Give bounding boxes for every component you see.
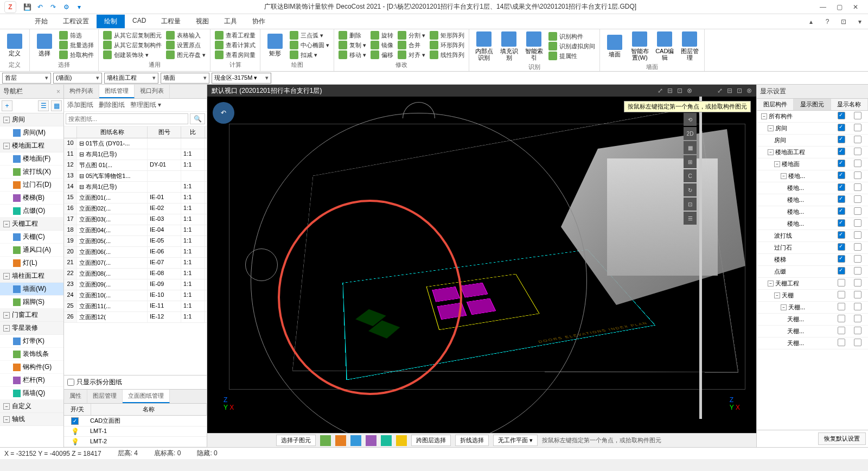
show-element-checkbox[interactable] <box>838 303 845 310</box>
display-row[interactable]: −所有构件 <box>757 111 868 123</box>
menu-CAD[interactable]: CAD <box>125 15 154 28</box>
vp-tool-icon[interactable]: ↻ <box>684 183 697 196</box>
vp-tool-icon[interactable]: C <box>684 169 697 182</box>
show-element-checkbox[interactable] <box>838 124 845 131</box>
menu-dropdown-icon[interactable]: ▾ <box>855 17 865 27</box>
ribbon-识别构件[interactable]: 识别构件 <box>546 31 597 41</box>
display-row[interactable]: −楼地面工程 <box>757 147 868 158</box>
show-element-checkbox[interactable] <box>838 219 845 227</box>
ribbon-筛选[interactable]: 筛选 <box>57 30 96 40</box>
display-row[interactable]: −天棚工程 <box>757 278 868 290</box>
vp-ctrl-icon[interactable]: ⤢ <box>658 87 663 94</box>
table-row[interactable]: 22 立面图08(...IE-081:1 <box>64 269 207 279</box>
ribbon-合并[interactable]: 合并 <box>395 40 427 50</box>
help-icon[interactable]: ? <box>822 17 832 27</box>
ribbon-对齐 ▾[interactable]: 对齐 ▾ <box>395 50 427 60</box>
nav-item-灯(L)[interactable]: 灯(L) <box>0 257 63 270</box>
ribbon-提属性[interactable]: 提属性 <box>546 51 597 61</box>
show-name-checkbox[interactable] <box>854 183 861 191</box>
ribbon-镜像[interactable]: 镜像 <box>368 40 395 50</box>
ribbon-填充识别[interactable]: 填充识别 <box>496 30 521 62</box>
category-combo[interactable]: (墙面) <box>53 73 102 84</box>
show-element-checkbox[interactable] <box>838 243 845 251</box>
ribbon-创建装饰块 ▾[interactable]: 创建装饰块 ▾ <box>101 50 164 60</box>
table-row[interactable]: 15 立面图01(...IE-011:1 <box>64 193 207 203</box>
table-row[interactable]: 10⊟ 01节点 (DY01-... <box>64 138 207 149</box>
options-icon[interactable]: ⊡ <box>839 17 848 27</box>
search-button[interactable]: 🔍 <box>190 113 205 124</box>
viewport-splitter[interactable] <box>699 97 702 419</box>
table-row[interactable]: 11⊟ 布局1(已导)1:1 <box>64 149 207 160</box>
ribbon-选择[interactable]: 选择 <box>32 30 57 60</box>
show-name-checkbox[interactable] <box>854 339 861 346</box>
tab-视口列表[interactable]: 视口列表 <box>135 85 170 98</box>
polyline-select-button[interactable]: 折线选择 <box>455 435 489 446</box>
vp-tool-icon[interactable] <box>366 435 376 446</box>
show-element-checkbox[interactable] <box>838 195 845 203</box>
vp-tool-icon[interactable]: 2D <box>684 127 697 140</box>
nav-group-墙柱面工程[interactable]: −墙柱面工程 <box>0 270 63 283</box>
search-input[interactable] <box>66 113 188 124</box>
ribbon-查看房间量[interactable]: 查看房间量 <box>213 50 258 60</box>
select-subelement-button[interactable]: 选择子图元 <box>276 435 316 446</box>
menu-视图[interactable]: 视图 <box>188 15 216 28</box>
show-element-checkbox[interactable] <box>838 339 845 346</box>
tab-图纸管理[interactable]: 图纸管理 <box>99 85 135 98</box>
ribbon-定义[interactable]: 定义 <box>2 30 27 60</box>
menu-工程设置[interactable]: 工程设置 <box>55 15 97 28</box>
element-combo[interactable]: 现金区-3175M ▾ <box>212 73 271 84</box>
display-row[interactable]: −楼地面 <box>757 158 868 170</box>
vp2-ctrl-icon[interactable]: ⤢ <box>717 87 723 94</box>
menu-绘制[interactable]: 绘制 <box>97 15 125 28</box>
menu-工程量[interactable]: 工程量 <box>154 15 188 28</box>
menu-协作[interactable]: 协作 <box>245 15 273 28</box>
display-row[interactable]: 波打线 <box>757 230 868 242</box>
vp2-ctrl-icon[interactable]: ⊗ <box>746 87 752 94</box>
reset-button[interactable]: 恢复默认设置 <box>818 432 866 445</box>
ribbon-内部点识别[interactable]: 内部点识别 <box>471 30 496 62</box>
display-row[interactable]: 天棚... <box>757 338 868 349</box>
toolbar-添加图纸[interactable]: 添加图纸 <box>67 100 93 110</box>
vp-tool-icon[interactable]: ⟲ <box>684 113 697 126</box>
nav-group-轴线[interactable]: −轴线 <box>0 413 63 426</box>
show-name-checkbox[interactable] <box>854 279 861 287</box>
table-row[interactable]: 17 立面图03(...IE-031:1 <box>64 214 207 225</box>
show-name-checkbox[interactable] <box>854 148 861 155</box>
display-row[interactable]: 楼地... <box>757 182 868 194</box>
ribbon-批量选择[interactable]: 批量选择 <box>57 40 96 50</box>
show-name-checkbox[interactable] <box>854 219 861 227</box>
show-name-checkbox[interactable] <box>854 207 861 215</box>
nav-item-通风口(A)[interactable]: 通风口(A) <box>0 244 63 257</box>
nav-item-过门石(D)[interactable]: 过门石(D) <box>0 179 63 192</box>
show-name-checkbox[interactable] <box>854 303 861 310</box>
prop-row[interactable]: 💡LMT-1 <box>64 427 207 437</box>
vp-ctrl-icon[interactable]: ⊡ <box>677 87 682 94</box>
nav-item-踢脚(S)[interactable]: 踢脚(S) <box>0 296 63 309</box>
show-element-checkbox[interactable] <box>838 291 845 298</box>
minimize-button[interactable]: — <box>815 1 831 14</box>
ribbon-查看工程量[interactable]: 查看工程量 <box>213 30 258 40</box>
show-name-checkbox[interactable] <box>854 112 861 119</box>
vp-tool-icon[interactable]: ⊞ <box>684 155 697 168</box>
menu-工具[interactable]: 工具 <box>216 15 245 28</box>
show-name-checkbox[interactable] <box>854 171 861 179</box>
vp-tool-icon[interactable] <box>335 435 346 446</box>
show-element-checkbox[interactable] <box>838 183 845 191</box>
table-row[interactable]: 25 立面图11(...IE-111:1 <box>64 301 207 312</box>
vp-tool-icon[interactable] <box>396 435 407 446</box>
nav-item-装饰线条[interactable]: 装饰线条 <box>0 348 63 361</box>
show-element-checkbox[interactable] <box>838 160 845 167</box>
display-row[interactable]: 房间 <box>757 135 868 147</box>
nav-group-自定义[interactable]: −自定义 <box>0 400 63 413</box>
show-element-checkbox[interactable] <box>838 148 845 155</box>
nav-item-钢构件(G)[interactable]: 钢构件(G) <box>0 361 63 374</box>
vp-ctrl-icon[interactable]: ⊗ <box>687 87 692 94</box>
floor-combo[interactable]: 首层 <box>2 73 51 84</box>
nav-group-楼地面工程[interactable]: −楼地面工程 <box>0 139 63 152</box>
ribbon-线性阵列[interactable]: 线性阵列 <box>427 50 467 60</box>
show-name-checkbox[interactable] <box>854 160 861 167</box>
table-row[interactable]: 23 立面图09(...IE-091:1 <box>64 279 207 290</box>
nav-item-墙面(W)[interactable]: 墙面(W) <box>0 283 63 296</box>
prop-tab-属性[interactable]: 属性 <box>64 390 87 403</box>
table-row[interactable]: 13⊟ 05汽车博物馆1... <box>64 171 207 182</box>
